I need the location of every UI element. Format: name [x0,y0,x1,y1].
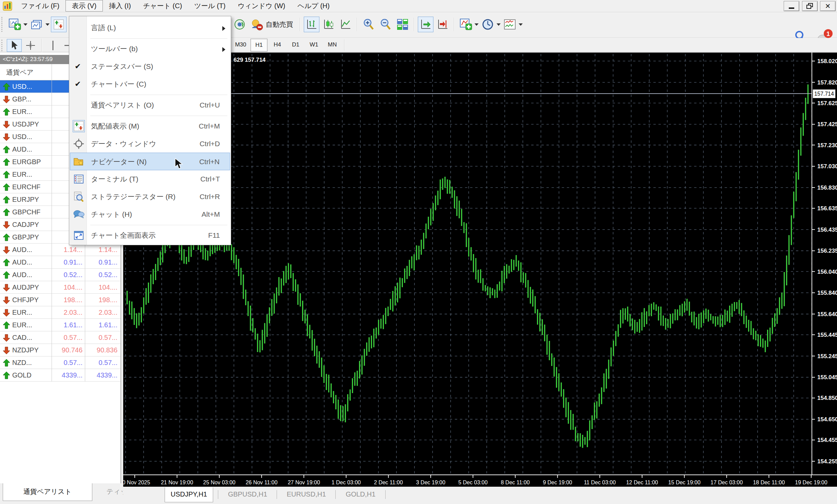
menu-separator [90,38,227,39]
svg-text:156.235: 156.235 [817,248,837,254]
zoom-in-button[interactable] [361,17,376,32]
table-row[interactable]: CHFJPY198....198.... [0,294,121,306]
menu-item-0[interactable]: 言語 (L) [70,19,230,37]
tab-divider [385,490,386,499]
auto-scroll-button[interactable] [418,17,433,32]
navigator-icon [73,156,85,168]
up-arrow-icon [3,83,10,91]
table-row[interactable]: EUR...1.61...1.61... [0,319,121,331]
news-button[interactable] [232,17,247,32]
vline-icon [46,39,60,52]
bar-chart-button[interactable] [304,17,319,32]
menu-item-label: ナビゲーター (N) [91,153,147,171]
menu-item-6[interactable]: 通貨ペアリスト (O)Ctrl+U [70,96,230,114]
chat-icon [73,208,85,221]
chart-tab-gold-h1[interactable]: GOLD,H1 [341,487,380,502]
menu-item-6[interactable]: ヘルプ (H) [291,0,336,12]
timeframe-M30[interactable]: M30 [232,39,249,52]
menu-item-2[interactable]: ツールバー (b) [70,40,230,58]
templates-button[interactable] [502,17,523,32]
ask-value: 104.... [85,281,119,293]
minimize-button[interactable] [784,1,799,11]
chart-tab-gbpusd-h1[interactable]: GBPUSD,H1 [223,487,272,502]
menu-item-2[interactable]: 挿入 (I) [103,0,137,12]
tile-windows-icon [395,17,410,32]
table-row[interactable]: AUD...0.91...0.91... [0,256,121,268]
menu-item-13[interactable]: チャット (H)Alt+M [70,206,230,223]
menu-item-3[interactable]: チャート (C) [137,0,189,12]
timeframe-H4[interactable]: H4 [269,39,286,52]
up-arrow-icon [3,359,10,367]
mouse-cursor [175,158,185,170]
chart-tab-usdjpy-h1[interactable]: USDJPY,H1 [165,487,213,502]
toolbar-separator [344,39,345,51]
table-row[interactable]: AUDJPY104....104.... [0,281,121,294]
timeframe-W1[interactable]: W1 [305,39,322,52]
table-row[interactable]: CAD...0.57...0.57... [0,331,121,344]
zoom-out-button[interactable] [378,17,393,32]
symbol-label: EUR... [12,306,32,318]
vertical-line-tool[interactable] [46,39,60,52]
menu-shortcut: F11 [208,227,220,244]
symbol-label: CAD... [12,331,32,343]
dropdown-caret-icon [46,23,50,26]
menu-item-11[interactable]: ターミナル (T)Ctrl+T [70,170,230,188]
menu-separator [90,116,227,116]
new-chart-button[interactable] [7,17,28,32]
menu-item-3[interactable]: ✔ステータスバー (S) [70,58,230,75]
crosshair-tool[interactable] [23,39,38,52]
menu-item-label: ターミナル (T) [91,170,139,188]
profiles-button[interactable] [29,17,50,32]
up-arrow-icon [3,108,10,116]
line-chart-button[interactable] [338,17,353,32]
candlestick-button[interactable] [321,17,336,32]
toolbar-grip [1,40,4,51]
menu-item-15[interactable]: チャート全画面表示F11 [70,227,230,244]
market-watch-toggle[interactable] [51,17,67,32]
periods-button[interactable] [480,17,501,32]
menu-item-1[interactable]: 表示 (V) [66,0,103,12]
indicators-button[interactable] [458,17,479,32]
svg-text:3 Dec 19:00: 3 Dec 19:00 [416,480,445,485]
symbol-label: EUR... [12,168,32,181]
menu-item-10[interactable]: ナビゲーター (N)Ctrl+N [70,153,230,170]
table-row[interactable]: EUR...2.03...2.03... [0,306,121,319]
table-row[interactable]: AUD...0.52...0.52... [0,268,121,281]
auto-trading-button-label: 自動売買 [264,20,296,29]
symbol-label: EURJPY [12,193,39,206]
menu-item-8[interactable]: 気配値表示 (M)Ctrl+M [70,117,230,135]
template-icon [502,17,518,32]
cursor-tool[interactable] [7,39,22,52]
table-row[interactable]: GOLD4339...4339... [0,369,121,381]
menu-item-4[interactable]: ツール (T) [188,0,231,12]
menu-item-9[interactable]: データ・ウィンドウCtrl+D [70,135,230,153]
down-arrow-icon [3,120,10,129]
menu-item-label: 言語 (L) [91,19,116,37]
app-icon [3,1,12,11]
tile-windows-button[interactable] [395,17,410,32]
timeframe-MN[interactable]: MN [324,39,341,52]
dropdown-caret-icon [475,23,479,26]
close-button[interactable]: ✕ [820,1,836,11]
tab-symbols[interactable]: 通貨ペアリスト [3,483,92,501]
table-row[interactable]: NZD...0.57...0.57... [0,356,121,369]
symbol-label: EURCHF [12,181,40,193]
restore-button[interactable] [802,1,818,11]
symbol-label: GBPCHF [12,206,40,218]
menu-item-5[interactable]: ウィンドウ (W) [231,0,291,12]
chart-tab-bar: USDJPY,H1GBPUSD,H1EURUSD,H1GOLD,H1 [123,487,837,503]
timeframe-H1[interactable]: H1 [250,39,267,52]
svg-text:157.820: 157.820 [817,79,837,86]
table-row[interactable]: AUD...1.14...1.14... [0,244,121,256]
chart-shift-button[interactable] [435,17,450,32]
table-row[interactable]: NZDJPY90.74690.836 [0,344,121,356]
up-arrow-icon [3,321,10,329]
timeframe-D1[interactable]: D1 [287,39,304,52]
menu-item-0[interactable]: ファイル (F) [15,0,66,12]
svg-text:157.425: 157.425 [817,121,837,128]
symbol-label: AUD... [12,268,32,281]
menu-item-12[interactable]: ストラテジーテスター (R)Ctrl+R [70,188,230,206]
menu-item-4[interactable]: ✔チャートバー (C) [70,75,230,93]
chart-tab-eurusd-h1[interactable]: EURUSD,H1 [282,487,331,502]
auto-trading-button[interactable]: 自動売買 [249,17,296,32]
